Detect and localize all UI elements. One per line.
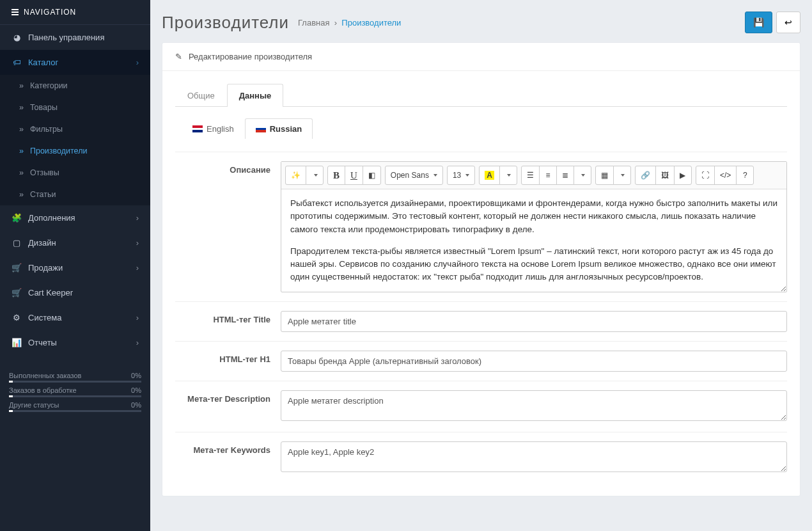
hamburger-icon: [12, 9, 19, 15]
editor-underline-button[interactable]: U: [345, 166, 363, 185]
cart-icon: 🛒: [12, 263, 22, 273]
chevron-right-icon: ›: [136, 213, 139, 223]
stat-bar: [9, 381, 141, 383]
description-label: Описание: [175, 161, 281, 292]
editor-text-color-dropdown[interactable]: [499, 166, 517, 185]
editor-content-area[interactable]: Рыбатекст используется дизайнерами, прое…: [281, 189, 786, 292]
stat-bar: [9, 410, 141, 412]
double-chevron-icon: »: [19, 147, 24, 155]
flag-en-icon: [192, 125, 203, 132]
nav-label: Продажи: [28, 263, 63, 273]
main-tabs: Общие Данные: [175, 84, 787, 107]
tab-general[interactable]: Общие: [175, 84, 227, 107]
editor-fullscreen-button[interactable]: ⛶: [696, 166, 715, 185]
nav-extensions[interactable]: 🧩 Дополнения ›: [0, 205, 150, 230]
meta-description-label: Мета-тег Description: [175, 390, 281, 423]
save-button[interactable]: 💾: [745, 12, 772, 33]
editor-ol-button[interactable]: ≡: [539, 166, 557, 185]
meta-keywords-input[interactable]: Apple key1, Apple key2: [281, 441, 787, 472]
editor-bold-button[interactable]: B: [327, 166, 345, 185]
editor-magic-button[interactable]: ✨: [285, 166, 306, 185]
double-chevron-icon: »: [19, 125, 24, 134]
editor-link-button[interactable]: 🔗: [635, 166, 656, 185]
editor-eraser-button[interactable]: ◧: [363, 166, 381, 185]
chevron-right-icon: ›: [136, 238, 139, 248]
nav-reports[interactable]: 📊 Отчеты ›: [0, 330, 150, 355]
editor-font-family-select[interactable]: Open Sans: [385, 166, 443, 185]
nav-title: NAVIGATION: [24, 8, 76, 17]
editor-code-button[interactable]: </>: [714, 166, 737, 185]
tag-icon: 🏷: [12, 58, 22, 67]
editor-ul-button[interactable]: ☰: [521, 166, 540, 185]
language-tabs: English Russian: [175, 118, 787, 139]
stat-bar: [9, 395, 141, 397]
edit-panel: ✎ Редактирование производителя Общие Дан…: [162, 42, 800, 496]
stat-row: Выполненных заказов0%: [9, 368, 141, 381]
editor-paragraph-button[interactable]: ≣: [556, 166, 574, 185]
editor-text-color-button[interactable]: A: [479, 166, 500, 185]
nav-label: Система: [28, 313, 61, 322]
nav-cart-keeper[interactable]: 🛒 Cart Keeper: [0, 280, 150, 305]
nav-manufacturers[interactable]: »Производители: [0, 140, 150, 162]
editor-font-size-select[interactable]: 13: [447, 166, 475, 185]
reply-icon: ↩: [785, 17, 792, 28]
stat-row: Заказов в обработке0%: [9, 383, 141, 395]
nav-dashboard[interactable]: ◕ Панель управления: [0, 25, 150, 50]
chevron-right-icon: ›: [136, 263, 139, 273]
pencil-icon: ✎: [175, 52, 182, 61]
editor-video-button[interactable]: ▶: [674, 166, 692, 185]
title-label: HTML-тег Title: [175, 311, 281, 332]
editor-paragraph-dropdown[interactable]: [574, 166, 591, 185]
puzzle-icon: 🧩: [12, 213, 22, 223]
panel-title: Редактирование производителя: [189, 52, 312, 61]
double-chevron-icon: »: [19, 103, 24, 112]
meta-description-input[interactable]: Apple метатег description: [281, 390, 787, 421]
nav-filters[interactable]: »Фильтры: [0, 118, 150, 140]
dashboard-icon: ◕: [12, 33, 22, 42]
editor-help-button[interactable]: ?: [736, 166, 754, 185]
title-input[interactable]: [281, 311, 787, 332]
nav-articles[interactable]: »Статьи: [0, 184, 150, 205]
back-button[interactable]: ↩: [776, 12, 800, 33]
editor-toolbar: ✨ B U ◧ Open Sans 13: [281, 162, 786, 189]
save-icon: 💾: [753, 17, 764, 28]
meta-keywords-label: Мета-тег Keywords: [175, 441, 281, 474]
nav-system[interactable]: ⚙ Система ›: [0, 305, 150, 330]
nav-categories[interactable]: »Категории: [0, 75, 150, 97]
editor-image-button[interactable]: 🖼: [655, 166, 675, 185]
chevron-right-icon: ›: [136, 58, 139, 67]
editor-magic-dropdown[interactable]: [306, 166, 324, 185]
lang-tab-russian[interactable]: Russian: [245, 118, 313, 139]
editor-table-dropdown[interactable]: [613, 166, 631, 185]
nav-design[interactable]: ▢ Дизайн ›: [0, 230, 150, 255]
nav-products[interactable]: »Товары: [0, 97, 150, 118]
main-content: Производители Главная › Производители 💾 …: [150, 0, 812, 531]
flag-ru-icon: [256, 125, 266, 132]
lang-tab-english[interactable]: English: [182, 118, 245, 139]
panel-heading: ✎ Редактирование производителя: [162, 43, 800, 71]
page-title: Производители: [162, 13, 289, 33]
nav-label: Каталог: [28, 58, 58, 67]
chevron-right-icon: ›: [136, 338, 139, 347]
nav-menu: ◕ Панель управления 🏷 Каталог › »Категор…: [0, 25, 150, 355]
nav-catalog[interactable]: 🏷 Каталог ›: [0, 50, 150, 75]
nav-sales[interactable]: 🛒 Продажи ›: [0, 255, 150, 280]
cart-icon: 🛒: [12, 288, 22, 297]
nav-label: Дополнения: [28, 213, 75, 223]
nav-reviews[interactable]: »Отзывы: [0, 162, 150, 184]
breadcrumb-home[interactable]: Главная: [298, 18, 329, 28]
nav-header[interactable]: NAVIGATION: [0, 0, 150, 25]
h1-input[interactable]: [281, 351, 787, 372]
stat-row: Другие статусы0%: [9, 397, 141, 410]
gear-icon: ⚙: [12, 313, 22, 322]
nav-label: Панель управления: [28, 33, 104, 42]
breadcrumb-current[interactable]: Производители: [341, 18, 401, 28]
nav-label: Дизайн: [28, 238, 56, 248]
editor-table-button[interactable]: ▦: [595, 166, 614, 185]
chevron-right-icon: ›: [136, 313, 139, 322]
display-icon: ▢: [12, 238, 22, 248]
sidebar: NAVIGATION ◕ Панель управления 🏷 Каталог…: [0, 0, 150, 531]
tab-data[interactable]: Данные: [227, 84, 284, 107]
bars-icon: 📊: [12, 338, 22, 347]
nav-label: Cart Keeper: [28, 288, 73, 297]
